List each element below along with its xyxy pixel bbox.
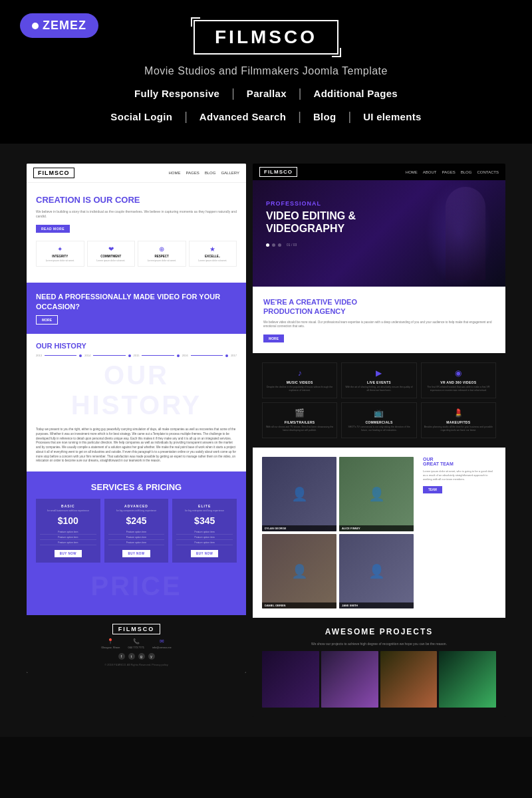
integrity-text: Lorem ipsum dolor sit amet. — [39, 259, 81, 263]
lp-nav-pages[interactable]: PAGES — [186, 171, 200, 175]
timeline-line-4 — [191, 355, 223, 356]
brand-name: ZEMEZ — [43, 19, 86, 33]
lp-hero-section: CREATION IS OUR CORE We believe in build… — [27, 183, 246, 283]
year-2014: 2014 — [84, 354, 90, 357]
project-thumb-2[interactable] — [321, 651, 378, 708]
advanced-f2: Feature option item — [108, 535, 165, 540]
lp-contact-address: 📍 Glasgow, Share — [101, 638, 120, 649]
product-title: FILMSCO — [215, 27, 317, 48]
team-photo-dylan: DYLAN GEORGE — [262, 457, 336, 531]
makeup-title: MAKEUP/TDS — [424, 420, 493, 424]
advanced-tier: ADVANCED — [108, 504, 165, 508]
year-2015: 2015 — [134, 354, 140, 357]
films-title: FILMS/TRAILERS — [265, 420, 334, 424]
phone-icon: 📞 — [128, 638, 144, 644]
rp-nav-home[interactable]: HOME — [406, 170, 418, 174]
year-2013: 2013 — [36, 354, 42, 357]
rp-services-section: ♪ MUSIC VIDEOS Despite the decline in th… — [253, 353, 505, 448]
basic-btn[interactable]: BUY NOW — [55, 550, 82, 557]
rp-nav-links: HOME ABOUT PAGES BLOG CONTACTS — [406, 170, 499, 174]
timeline-dot-2 — [128, 354, 131, 357]
music-videos-text: Despite the decline in the popularity of… — [265, 386, 334, 392]
hero-dot-2[interactable] — [272, 243, 275, 247]
basic-f2: Feature option item — [40, 535, 96, 540]
advanced-btn[interactable]: BUY NOW — [122, 550, 150, 557]
rp-nav-blog[interactable]: BLOG — [461, 170, 472, 174]
elite-desc: for big enterprise and long experience — [176, 509, 233, 512]
lp-contact-email-text: info@zemez.me — [152, 646, 172, 649]
rp-agency-btn[interactable]: MORE — [263, 334, 284, 342]
lp-hero-btn[interactable]: READ MORE — [36, 225, 70, 233]
lp-footer-logo: FILMSCO — [112, 624, 161, 634]
lp-icon-excellence: ★ EXCELLE.. Lorem ipsum dolor sit amet. — [189, 241, 237, 267]
respect-text: Lorem ipsum dolor sit amet. — [141, 259, 183, 263]
header: ZEMEZ FILMSCO Movie Studios and Filmmake… — [0, 0, 532, 144]
basic-price: $100 — [40, 515, 96, 526]
team-name-dylan: DYLAN GEORGE — [262, 525, 336, 531]
films-icon: 🎬 — [265, 408, 334, 418]
live-events-title: LIVE EVENTS — [344, 380, 413, 384]
feature-pages: Additional Pages — [314, 88, 398, 99]
brand-logo[interactable]: ZEMEZ — [20, 13, 98, 38]
rp-nav-logo: FILMSCO — [259, 167, 297, 177]
service-vr-videos: ◉ VR AND 360 VIDEOS The first VR-related… — [421, 362, 496, 398]
elite-price: $345 — [176, 515, 233, 526]
rp-nav-contacts[interactable]: CONTACTS — [477, 170, 499, 174]
commitment-icon: ❤ — [90, 245, 132, 253]
excellence-text: Lorem ipsum dolor sit amet. — [192, 259, 234, 263]
timeline-dot-1 — [79, 354, 82, 357]
social-yt[interactable]: y — [148, 653, 155, 660]
social-tw[interactable]: t — [128, 653, 135, 660]
lp-nav-gallery[interactable]: GALLERY — [221, 171, 239, 175]
advanced-features: Feature option item Feature option item … — [108, 529, 165, 545]
excellence-icon: ★ — [192, 245, 234, 253]
rp-agency-section: WE'RE A CREATIVE VIDEO PRODUCTION AGENCY… — [253, 287, 505, 353]
social-gp[interactable]: g — [138, 653, 145, 660]
advanced-desc: for big companies with long experience — [108, 509, 165, 512]
lp-contact-phone: 📞 044 773 7771 — [128, 638, 144, 649]
elite-f3: Feature option item — [176, 540, 233, 545]
hero-dot-1[interactable] — [266, 243, 269, 247]
lp-nav-home[interactable]: HOME — [169, 171, 181, 175]
elite-f1: Feature option item — [176, 529, 233, 535]
basic-f1: Feature option item — [40, 529, 96, 535]
team-name-jane: JANE SMITH — [339, 602, 414, 608]
project-thumb-3[interactable] — [380, 651, 438, 708]
year-2016: 2016 — [182, 354, 188, 357]
hero-dot-3[interactable] — [278, 243, 281, 247]
timeline-line-2 — [93, 355, 125, 356]
elite-tier: ELITE — [176, 504, 233, 508]
lp-bg-watermark-history: OUR HISTORY — [36, 357, 237, 424]
rp-nav-about[interactable]: ABOUT — [423, 170, 437, 174]
basic-tier: BASIC — [40, 504, 96, 508]
rp-agency-title: WE'RE A CREATIVE VIDEO PRODUCTION AGENCY — [263, 297, 495, 317]
project-thumb-4[interactable] — [439, 651, 496, 708]
preview-area: FILMSCO HOME PAGES BLOG GALLERY CREATION… — [0, 144, 532, 737]
music-icon: ♪ — [265, 368, 334, 378]
lp-nav-blog[interactable]: BLOG — [205, 171, 216, 175]
rp-projects-subtitle: We show our projects to achieve high deg… — [262, 642, 496, 646]
service-films: 🎬 FILMS/TRAILERS With all our shows and … — [262, 402, 337, 438]
lp-hero-title-main: CREATION — [36, 195, 80, 205]
lp-hero-title-highlight: IS OUR CORE — [83, 195, 140, 205]
lp-bg-watermark-price: PRICE — [36, 568, 237, 604]
rp-team-info: OUR GREAT TEAM Lorem ipsum dolor sit ame… — [423, 457, 496, 493]
feature-blog: Blog — [313, 111, 336, 122]
elite-btn[interactable]: BUY NOW — [191, 550, 218, 557]
rp-team-btn[interactable]: TEAM — [423, 486, 442, 493]
integrity-label: INTEGRITY — [39, 255, 81, 258]
lp-cta-btn[interactable]: MORE — [36, 315, 58, 325]
service-makeup: 💄 MAKEUP/TDS Besides planning studio all… — [421, 402, 496, 438]
rp-agency-title-main: WE'RE A — [263, 298, 294, 306]
social-fb[interactable]: f — [118, 653, 125, 660]
music-videos-title: MUSIC VIDEOS — [265, 380, 334, 384]
feature-social: Social Login — [110, 111, 172, 122]
advanced-price: $245 — [108, 515, 165, 526]
basic-desc: for small businesses with low experience — [40, 509, 96, 512]
rp-team-photos: DYLAN GEORGE ALICE FINNEY DANIEL OBRIEN … — [262, 457, 414, 608]
rp-agency-text: We believe video should be more visual. … — [263, 321, 495, 330]
rp-nav-pages[interactable]: PAGES — [442, 170, 456, 174]
lp-history-title-main: OUR — [36, 342, 52, 350]
project-thumb-1[interactable] — [262, 651, 319, 708]
basic-features: Feature option item Feature option item … — [40, 529, 96, 545]
